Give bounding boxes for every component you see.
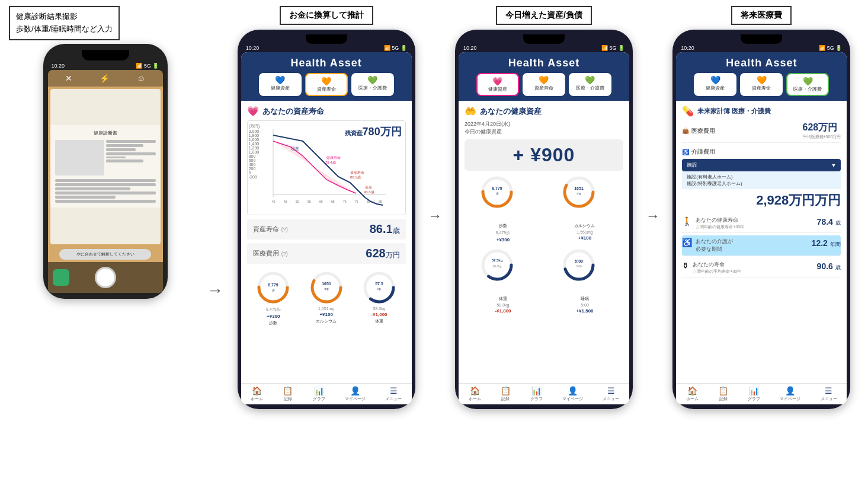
calcium-label-2: カルシウム <box>574 223 595 229</box>
ha-notch-3 <box>741 34 782 44</box>
menu-icon-2: ☰ <box>607 386 615 395</box>
asset-icon: 🧡 <box>321 76 331 86</box>
nav-record-2[interactable]: 📋記録 <box>501 386 511 402</box>
section-title-3: 💊 未来家計簿 医療・介護費 <box>682 106 841 117</box>
screen3-wrapper: 将来医療費 10:20 📶 5G 🔋 Health Asset 💙 健康資産 <box>661 6 862 409</box>
screen1-label: お金に換算して推計 <box>280 6 373 25</box>
svg-text:85: 85 <box>379 200 382 203</box>
screen3-label: 将来医療費 <box>731 6 792 25</box>
screen3-nav: 🏠ホーム 📋記録 📊グラフ 👤マイページ ☰メニュー <box>676 383 847 404</box>
svg-text:55: 55 <box>308 200 311 203</box>
nursing-label: ♿ 介護費用 <box>682 148 715 156</box>
nav-graph-3[interactable]: 📊グラフ <box>748 386 760 402</box>
status-signal: 📶 5G 🔋 <box>136 63 159 69</box>
screen2-tabs: 💗 健康資産 🧡 資産寿命 💚 医療・介護費 <box>459 73 629 101</box>
arrow-3: → <box>645 208 661 224</box>
close-icon[interactable]: ✕ <box>65 74 72 83</box>
nav-menu-1[interactable]: ☰メニュー <box>385 386 402 402</box>
shutter-button[interactable] <box>95 267 116 288</box>
nav-mypage-2[interactable]: 👤マイページ <box>562 386 583 402</box>
help-button[interactable]: やに合わせて解析してください <box>59 249 151 260</box>
asset-icon-3: 🧡 <box>757 75 767 85</box>
nav-menu-2[interactable]: ☰メニュー <box>603 386 619 402</box>
tab-medical-3[interactable]: 💚 医療・介護費 <box>786 73 829 96</box>
tab-label-3c: 医療・介護費 <box>793 86 822 92</box>
asset-chart: (万円)2,0001,8001,6001,4001,2001,000800600… <box>247 120 406 215</box>
gauge-sleep-2: 6:00 5:00 睡眠 5:00 +¥1,500 <box>546 247 623 314</box>
gallery-button[interactable] <box>53 269 69 286</box>
spacer <box>142 269 158 286</box>
tab-medical-1[interactable]: 💚 医療・介護費 <box>351 73 394 96</box>
svg-text:40: 40 <box>272 200 276 203</box>
status-signal-3: 📶 5G 🔋 <box>819 45 842 51</box>
nav-graph-1[interactable]: 📊グラフ <box>313 386 325 402</box>
record-icon-3: 📋 <box>718 386 728 395</box>
tab-health-assets-2[interactable]: 💗 健康資産 <box>476 73 519 96</box>
doc-line <box>55 192 156 194</box>
nav-graph-2[interactable]: 📊グラフ <box>530 386 543 402</box>
weight-change: -¥1,000 <box>371 312 387 317</box>
record-icon-2: 📋 <box>501 386 511 395</box>
lifespan-icon: ⚱ <box>682 261 689 270</box>
nav-mypage-3[interactable]: 👤マイページ <box>780 386 800 402</box>
home-icon: 🏠 <box>252 386 262 395</box>
nav-record-1[interactable]: 📋記録 <box>283 386 293 402</box>
calcium-sub-2: 1,551mg <box>576 230 592 234</box>
nav-home-3[interactable]: 🏠ホーム <box>686 386 699 402</box>
nav-menu-3[interactable]: ☰メニュー <box>821 386 837 402</box>
phone-notch <box>82 50 129 60</box>
screen2-phone: 10:20 📶 5G 🔋 Health Asset 💗 健康資産 🧡 資産寿命 <box>455 30 633 409</box>
home-icon-2: 🏠 <box>470 386 480 395</box>
camera-section: 健康診断結果撮影 歩数/体重/睡眠時間など入力 10:20 📶 5G 🔋 ✕ ⚡… <box>6 6 204 299</box>
today-amount: + ¥900 <box>465 139 623 171</box>
ha-status: 10:20 📶 5G 🔋 <box>241 45 412 52</box>
doc-line <box>106 152 156 155</box>
nursing-select[interactable]: 施設 ▼ <box>682 159 841 171</box>
tab-health-assets-1[interactable]: 💙 健康資産 <box>259 73 302 96</box>
nursing-option-2[interactable]: 施設(特別養護老人ホーム) <box>687 180 836 187</box>
nav-home-1[interactable]: 🏠ホーム <box>251 386 263 402</box>
mypage-icon: 👤 <box>350 386 360 395</box>
date-label: 今日の健康資産 <box>465 128 623 136</box>
tab-asset-life-3[interactable]: 🧡 資産寿命 <box>740 73 783 96</box>
flash-icon[interactable]: ⚡ <box>100 74 110 83</box>
calcium-change-2: +¥100 <box>578 235 591 241</box>
ha-notch <box>306 34 347 44</box>
svg-text:mg: mg <box>577 192 581 195</box>
section-title-1: 💗 あなたの資産寿命 <box>247 106 406 117</box>
tab-health-assets-3[interactable]: 💙 健康資産 <box>694 73 736 96</box>
health-age-value: 78.4 <box>817 217 833 226</box>
ha-status-3: 10:20 📶 5G 🔋 <box>676 45 847 52</box>
medical-label: 👜 医療費用 <box>682 127 715 135</box>
graph-icon-3: 📊 <box>749 386 759 395</box>
svg-text:80: 80 <box>367 200 370 203</box>
screen1-gauges: 8,779 歩 8,479歩 +¥300 歩数 <box>247 267 406 328</box>
nav-home-2[interactable]: 🏠ホーム <box>469 386 481 402</box>
walk-icon: 🚶 <box>682 216 692 226</box>
status-time-3: 10:20 <box>681 45 694 51</box>
medical-sub: 平均医療費+000万円 <box>803 134 841 140</box>
screen2-gauges: 8,779 歩 歩数 8,479歩 +¥300 <box>465 174 623 314</box>
nav-mypage-1[interactable]: 👤マイページ <box>345 386 366 402</box>
steps-sub: 8,479歩 <box>266 307 281 312</box>
doc-title: 健康診断書 <box>55 130 156 136</box>
tab-medical-2[interactable]: 💚 医療・介護費 <box>569 73 611 96</box>
weight-label-2: 体重 <box>499 296 507 302</box>
tab-asset-life-1[interactable]: 🧡 資産寿命 <box>305 73 348 96</box>
nav-record-3[interactable]: 📋記録 <box>718 386 728 402</box>
screen2-wrapper: 今日増えた資産/負債 10:20 📶 5G 🔋 Health Asset 💗 健… <box>443 6 644 409</box>
gauge-weight-1: 57.5 kg 58.0kg -¥1,000 体重 <box>361 270 397 326</box>
screen1-header: Health Asset <box>241 52 412 73</box>
gauge-circle-steps: 8,779 歩 <box>255 270 291 305</box>
graph-icon: 📊 <box>314 386 324 395</box>
menu-icon-3: ☰ <box>825 386 832 395</box>
gauge-circle-calcium-2: 1651 mg <box>561 174 608 222</box>
status-time: 10:20 <box>52 63 65 69</box>
residual-label: 残資産780万円 <box>345 125 402 139</box>
tab-asset-life-2[interactable]: 🧡 資産寿命 <box>523 73 565 96</box>
nursing-option-1[interactable]: 施設(有料老人ホーム) <box>687 174 836 180</box>
status-time-2: 10:20 <box>463 45 477 51</box>
svg-text:58.0kg: 58.0kg <box>492 264 501 268</box>
svg-text:50: 50 <box>296 200 299 203</box>
settings-icon[interactable]: ☺ <box>137 74 145 83</box>
